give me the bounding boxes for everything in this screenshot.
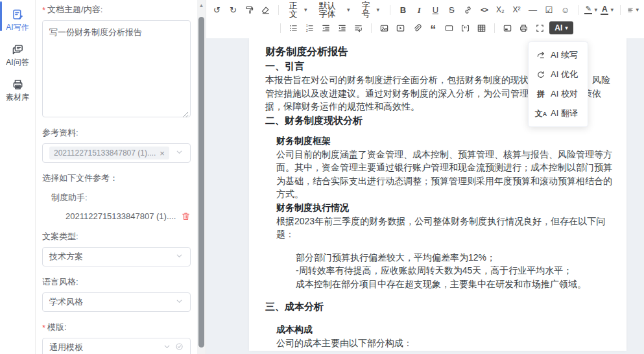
- fullscreen-icon[interactable]: [532, 21, 547, 36]
- quote-icon[interactable]: “: [425, 21, 440, 36]
- format-painter-icon[interactable]: [242, 3, 257, 18]
- editor-canvas: 财务制度分析报告一、引言本报告旨在对公司的财务制度进行全面分析，包括财务制度的现…: [206, 38, 644, 354]
- doc-paragraph: 根据2023年前三季度的财务数据，公司整体财务制度执行情况良好，但存在以下问题：: [276, 215, 614, 241]
- doc-type-select[interactable]: 技术方案: [42, 247, 191, 266]
- check-circle-icon: [175, 342, 184, 353]
- ai-proofread-icon: 拼: [536, 90, 546, 98]
- emoji-icon[interactable]: ☺: [558, 3, 573, 18]
- caret-down-icon: ▾: [377, 7, 380, 13]
- doc-heading: 财务制度框架: [276, 134, 614, 148]
- assistant-label: 制度助手:: [42, 192, 191, 204]
- strikethrough-icon[interactable]: S: [444, 3, 459, 18]
- ai-menu-item-optimize[interactable]: AI 优化: [529, 65, 588, 84]
- superscript-icon[interactable]: X²: [509, 3, 524, 18]
- sidebar-item-ai-writing[interactable]: AI写作: [6, 8, 29, 33]
- doc-heading: 成本构成: [276, 323, 614, 336]
- highlight-color-icon[interactable]: ✎▾: [584, 3, 599, 18]
- ai-menu-item-translate[interactable]: 文AAI 翻译: [529, 104, 588, 123]
- attachment-icon[interactable]: [409, 21, 424, 36]
- sidebar-item-material-library[interactable]: 素材库: [6, 78, 29, 103]
- italic-icon[interactable]: I: [412, 3, 427, 18]
- bold-icon[interactable]: B: [396, 3, 411, 18]
- caret-down-icon: ▾: [304, 7, 307, 13]
- line-spacing-icon[interactable]: [351, 21, 366, 36]
- template-label: * 模版:: [42, 322, 191, 333]
- remove-tag-icon[interactable]: ×: [160, 149, 165, 158]
- horizontal-rule-icon[interactable]: —: [525, 3, 540, 18]
- toolbar-row-2: 12“AI▾: [209, 19, 641, 37]
- ai-optimize-icon: [536, 70, 546, 79]
- sidebar-item-ai-qa[interactable]: AI问答: [6, 43, 29, 68]
- link-icon[interactable]: [460, 3, 475, 18]
- bullet-list-icon[interactable]: [286, 21, 301, 36]
- reference-multiselect[interactable]: 2021122715133847807 (1).... ×: [42, 143, 191, 163]
- panel-scrollbar[interactable]: ▲: [197, 0, 206, 354]
- active-nav-indicator: [0, 1, 2, 31]
- doc-paragraph: 公司的成本主要由以下部分构成：: [276, 336, 614, 350]
- redo-icon[interactable]: ↻: [226, 3, 241, 18]
- scrollbar-thumb[interactable]: [198, 17, 204, 348]
- svg-text:2: 2: [306, 29, 308, 32]
- ai-continue-icon: [536, 51, 546, 60]
- template-select[interactable]: 通用模板: [42, 338, 191, 354]
- font-family-dropdown[interactable]: 默认字体▾: [313, 3, 355, 18]
- font-size-dropdown[interactable]: 字号▾: [356, 3, 385, 18]
- undo-icon[interactable]: ↺: [209, 3, 224, 18]
- chevron-down-icon: [163, 342, 171, 353]
- style-select[interactable]: 学术风格: [42, 292, 191, 312]
- image-icon[interactable]: [377, 21, 392, 36]
- app-window: AI写作AI问答素材库 * 文档主题/内容: 写一份财务制度分析报告 参考资料:…: [0, 0, 644, 354]
- doc-paragraph: 公司目前的制度涵盖了资金管理、成本控制、预算管理、核算与报告、风险管理等方面。其…: [276, 148, 614, 201]
- ai-menu-item-label: AI 续写: [551, 49, 578, 61]
- annotation-icon[interactable]: [458, 21, 473, 36]
- sidebar-item-label: AI问答: [6, 57, 29, 68]
- toolbar-divider: [390, 5, 390, 15]
- doc-type-label: 文案类型:: [42, 231, 191, 242]
- toolbar-divider: [280, 23, 281, 33]
- doc-paragraph: -周转效率有待提高，应收账款周转天数为45天，高于行业平均水平；: [296, 264, 614, 277]
- toolbar-row-1: ↺↻正文▾默认字体▾字号▾BIUS<>X₂X²—☑☺✎▾A▾▾: [209, 1, 641, 19]
- style-label: 语言风格:: [42, 276, 191, 288]
- inline-code-icon[interactable]: <>: [477, 3, 492, 18]
- font-color-icon[interactable]: A▾: [600, 3, 615, 18]
- outdent-icon[interactable]: [318, 21, 333, 36]
- doc-paragraph: 部分部门预算执行偏差较大，平均偏差率为12%；: [296, 251, 614, 265]
- card-icon[interactable]: [500, 21, 515, 36]
- ai-menu-item-proofread[interactable]: 拼AI 校对: [529, 84, 588, 104]
- align-icon[interactable]: ▾: [625, 3, 641, 18]
- required-marker: *: [42, 5, 45, 15]
- reference-label: 参考资料:: [42, 127, 191, 139]
- indent-icon[interactable]: [335, 21, 350, 36]
- scroll-up-arrow-icon[interactable]: ▲: [197, 3, 206, 8]
- ai-qa-icon: [11, 43, 24, 56]
- reference-file-row: 2021122715133847807 (1)....: [42, 211, 191, 221]
- task-list-icon[interactable]: ☑: [542, 3, 556, 18]
- underline-icon[interactable]: U: [428, 3, 443, 18]
- chevron-down-icon: [175, 252, 184, 262]
- writing-form-panel: * 文档主题/内容: 写一份财务制度分析报告 参考资料: 20211227151…: [36, 0, 197, 354]
- required-marker: *: [42, 323, 45, 333]
- print-icon[interactable]: [516, 21, 531, 36]
- caret-down-icon: ▾: [565, 25, 568, 31]
- toolbar-divider: [578, 5, 578, 15]
- topic-input[interactable]: 写一份财务制度分析报告: [42, 20, 191, 117]
- ordered-list-icon[interactable]: 12: [302, 21, 317, 36]
- subscript-icon[interactable]: X₂: [493, 3, 508, 18]
- video-icon[interactable]: [393, 21, 408, 36]
- material-library-icon: [11, 78, 24, 91]
- ai-menu-button[interactable]: AI▾: [549, 21, 573, 34]
- ai-translate-icon: 文A: [536, 110, 546, 117]
- resize-handle-icon[interactable]: [182, 109, 189, 115]
- ai-menu-item-continue[interactable]: AI 续写: [529, 45, 588, 65]
- delete-file-icon[interactable]: [181, 211, 191, 221]
- caret-down-icon: ▾: [347, 7, 350, 13]
- eraser-icon[interactable]: [258, 3, 273, 18]
- caret-down-icon: ▾: [636, 7, 639, 13]
- code-block-icon[interactable]: [442, 21, 457, 36]
- editor-toolbar: ↺↻正文▾默认字体▾字号▾BIUS<>X₂X²—☑☺✎▾A▾▾ 12“AI▾: [206, 0, 644, 38]
- paragraph-style-dropdown[interactable]: 正文▾: [284, 3, 313, 18]
- caret-down-icon: ▾: [610, 7, 614, 13]
- toolbar-divider: [371, 23, 372, 33]
- ai-menu-item-label: AI 优化: [551, 69, 578, 80]
- table-icon[interactable]: [474, 21, 489, 36]
